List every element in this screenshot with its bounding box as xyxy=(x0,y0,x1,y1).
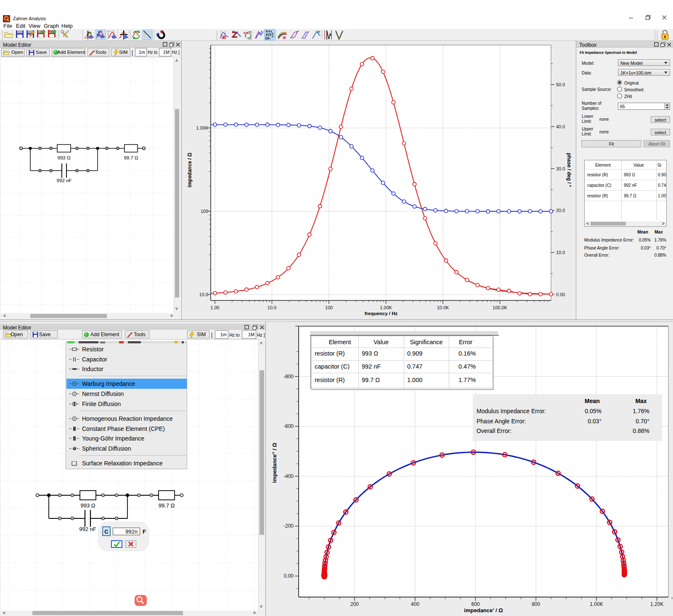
svg-text:600: 600 xyxy=(471,601,480,607)
svg-text:z(f): z(f) xyxy=(247,31,252,34)
svg-text:10.0: 10.0 xyxy=(556,250,565,255)
svg-text:0.00: 0.00 xyxy=(556,292,565,297)
svg-text:200: 200 xyxy=(350,601,359,607)
svg-text:-200: -200 xyxy=(284,523,294,529)
svg-text:1.00K: 1.00K xyxy=(590,601,603,607)
svg-text:50.0: 50.0 xyxy=(556,82,565,87)
svg-text:992 nF: 992 nF xyxy=(79,526,96,532)
svg-text:1.00K: 1.00K xyxy=(380,305,392,310)
svg-text:100: 100 xyxy=(325,305,333,310)
svg-text:-600: -600 xyxy=(284,423,294,429)
svg-text:100.0K: 100.0K xyxy=(493,305,508,310)
svg-text:100: 100 xyxy=(201,209,208,214)
svg-text:20.0: 20.0 xyxy=(556,208,565,213)
svg-text:0.00: 0.00 xyxy=(284,573,294,579)
svg-text:-400: -400 xyxy=(284,473,294,479)
svg-text:FIT: FIT xyxy=(266,33,272,37)
svg-text:800: 800 xyxy=(532,601,540,607)
svg-text:10.0: 10.0 xyxy=(199,292,208,297)
svg-text:impedance / Ω: impedance / Ω xyxy=(187,152,193,187)
svg-text:10.0: 10.0 xyxy=(268,305,276,310)
svg-text:99.7 Ω: 99.7 Ω xyxy=(124,155,138,160)
svg-text:impedance' / Ω: impedance' / Ω xyxy=(464,607,503,613)
svg-text:1.00: 1.00 xyxy=(210,305,219,310)
svg-text:400: 400 xyxy=(411,601,419,607)
svg-text:z(f): z(f) xyxy=(247,37,252,40)
svg-text:-800: -800 xyxy=(284,374,294,380)
svg-text:impedance'' / Ω: impedance'' / Ω xyxy=(271,443,278,483)
svg-text:10.0K: 10.0K xyxy=(437,305,449,310)
svg-text:993 Ω: 993 Ω xyxy=(58,155,71,160)
svg-text:40.0: 40.0 xyxy=(556,124,565,129)
svg-text:30.0: 30.0 xyxy=(556,166,565,171)
svg-text:993 Ω: 993 Ω xyxy=(80,502,95,509)
svg-text:1.20K: 1.20K xyxy=(650,601,663,607)
svg-text:992 nF: 992 nF xyxy=(57,178,72,183)
svg-text:99.7 Ω: 99.7 Ω xyxy=(159,502,175,509)
svg-text:frequency / Hz: frequency / Hz xyxy=(365,311,398,316)
svg-text:phase / deg / °: phase / deg / ° xyxy=(566,153,572,187)
svg-text:1.00K: 1.00K xyxy=(196,125,208,130)
